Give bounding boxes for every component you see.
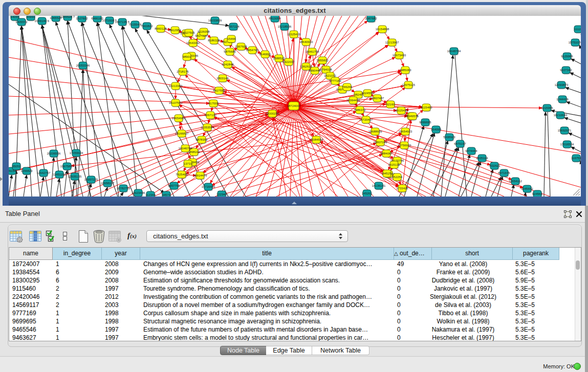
svg-text:8186328: 8186328 — [208, 39, 220, 42]
svg-text:19975867: 19975867 — [60, 165, 74, 168]
svg-text:5878352: 5878352 — [195, 138, 208, 141]
svg-text:20364436: 20364436 — [346, 99, 360, 102]
svg-text:6794028: 6794028 — [320, 68, 332, 71]
svg-text:7955812: 7955812 — [316, 59, 329, 62]
svg-text:7663822: 7663822 — [141, 25, 153, 28]
svg-text:19384554: 19384554 — [310, 138, 323, 141]
svg-text:18640910: 18640910 — [299, 40, 313, 43]
svg-text:1362615: 1362615 — [300, 65, 312, 68]
svg-text:62160: 62160 — [386, 103, 395, 106]
svg-text:10958107: 10958107 — [101, 182, 115, 185]
svg-text:122346: 122346 — [216, 193, 227, 196]
svg-text:11325419: 11325419 — [287, 33, 301, 36]
svg-text:2803144: 2803144 — [216, 77, 229, 80]
svg-text:10046768: 10046768 — [179, 147, 192, 150]
svg-text:3024554: 3024554 — [361, 92, 374, 95]
svg-text:1244419: 1244419 — [556, 98, 569, 101]
svg-text:164095: 164095 — [431, 128, 442, 131]
svg-text:7357224: 7357224 — [227, 25, 239, 28]
svg-text:8990448: 8990448 — [309, 69, 321, 72]
svg-text:9242848: 9242848 — [222, 63, 234, 66]
svg-text:9474444: 9474444 — [465, 149, 477, 152]
svg-text:7485063: 7485063 — [399, 69, 411, 72]
svg-text:252254: 252254 — [392, 176, 403, 179]
svg-text:19654983: 19654983 — [172, 117, 186, 120]
svg-text:917006: 917006 — [208, 102, 219, 105]
svg-text:12213369: 12213369 — [169, 84, 183, 87]
svg-text:8660128: 8660128 — [155, 27, 167, 30]
svg-text:19166827: 19166827 — [175, 132, 189, 135]
svg-text:1733426: 1733426 — [396, 187, 408, 190]
svg-text:11353594: 11353594 — [201, 126, 214, 129]
svg-text:3215955: 3215955 — [541, 106, 553, 110]
svg-text:10756923: 10756923 — [398, 144, 411, 147]
svg-text:8813054: 8813054 — [269, 17, 281, 20]
svg-text:9699695: 9699695 — [419, 121, 431, 124]
svg-text:116753: 116753 — [571, 157, 581, 160]
svg-text:11124: 11124 — [574, 28, 581, 31]
svg-text:17359924: 17359924 — [70, 151, 83, 155]
svg-text:15720407: 15720407 — [359, 118, 373, 121]
svg-text:35051: 35051 — [12, 165, 21, 168]
svg-text:1156829: 1156829 — [21, 169, 33, 172]
svg-text:12923446: 12923446 — [132, 191, 145, 194]
svg-text:8912954: 8912954 — [169, 29, 181, 32]
svg-text:5938923: 5938923 — [443, 136, 455, 139]
svg-text:5875685: 5875685 — [224, 50, 236, 53]
svg-text:6879197: 6879197 — [454, 142, 466, 145]
svg-text:7349575: 7349575 — [406, 115, 419, 118]
svg-text:5322037: 5322037 — [282, 60, 295, 63]
svg-text:9327505: 9327505 — [183, 31, 195, 34]
svg-text:10807487: 10807487 — [371, 97, 384, 100]
svg-text:924561: 924561 — [532, 192, 543, 195]
svg-text:1527602: 1527602 — [76, 17, 88, 20]
svg-text:9227342: 9227342 — [560, 69, 572, 72]
svg-text:7632621: 7632621 — [488, 164, 500, 167]
svg-text:8454749: 8454749 — [246, 49, 258, 52]
svg-text:12942757: 12942757 — [37, 171, 51, 174]
svg-text:3267130: 3267130 — [204, 114, 216, 117]
svg-text:16033809: 16033809 — [208, 19, 222, 22]
svg-text:145261: 145261 — [362, 192, 373, 195]
svg-text:10654112: 10654112 — [509, 180, 522, 183]
svg-text:1615132: 1615132 — [388, 163, 400, 166]
svg-text:5226058: 5226058 — [198, 30, 210, 33]
svg-text:13733: 13733 — [184, 162, 192, 165]
svg-text:2718176: 2718176 — [177, 70, 189, 73]
svg-text:17957225: 17957225 — [84, 178, 98, 181]
svg-text:10543362: 10543362 — [186, 41, 200, 45]
svg-text:20991: 20991 — [27, 16, 35, 18]
svg-text:6466160: 6466160 — [91, 17, 103, 20]
svg-text:14055: 14055 — [11, 16, 19, 18]
svg-text:751554 6: 751554 6 — [128, 23, 142, 26]
svg-text:15692971: 15692971 — [558, 129, 572, 132]
svg-text:1667135 5: 1667135 5 — [115, 20, 130, 24]
svg-text:20053346: 20053346 — [76, 64, 90, 67]
svg-text:11451194: 11451194 — [53, 173, 66, 176]
svg-text:16210643: 16210643 — [554, 114, 568, 117]
svg-text:16782759: 16782759 — [117, 187, 130, 190]
svg-text:9245652: 9245652 — [521, 187, 533, 190]
svg-text:15466: 15466 — [227, 37, 236, 40]
svg-text:18724007: 18724007 — [287, 104, 301, 107]
svg-text:12975115: 12975115 — [402, 83, 416, 86]
svg-text:10688609: 10688609 — [368, 130, 382, 133]
svg-text:15716485: 15716485 — [202, 185, 215, 188]
svg-text:12505135: 12505135 — [68, 175, 82, 178]
svg-text:8471676: 8471676 — [498, 171, 510, 174]
svg-text:7986372: 7986372 — [354, 108, 366, 112]
svg-text:8427552: 8427552 — [213, 89, 225, 92]
svg-text:16154808: 16154808 — [376, 28, 389, 31]
svg-text:12213967: 12213967 — [385, 41, 399, 44]
svg-text:9777169: 9777169 — [329, 79, 341, 82]
svg-text:9115460: 9115460 — [421, 106, 433, 109]
svg-text:9884067: 9884067 — [380, 152, 393, 155]
svg-text:16961758: 16961758 — [306, 50, 319, 53]
svg-text:12093873: 12093873 — [555, 83, 569, 86]
svg-text:1588520: 1588520 — [273, 57, 285, 60]
svg-text:9146821: 9146821 — [259, 53, 271, 56]
svg-text:17016504: 17016504 — [560, 143, 574, 146]
svg-text:15751074: 15751074 — [569, 41, 581, 44]
svg-text:18300295: 18300295 — [266, 112, 279, 115]
svg-text:2935114: 2935114 — [476, 157, 489, 160]
